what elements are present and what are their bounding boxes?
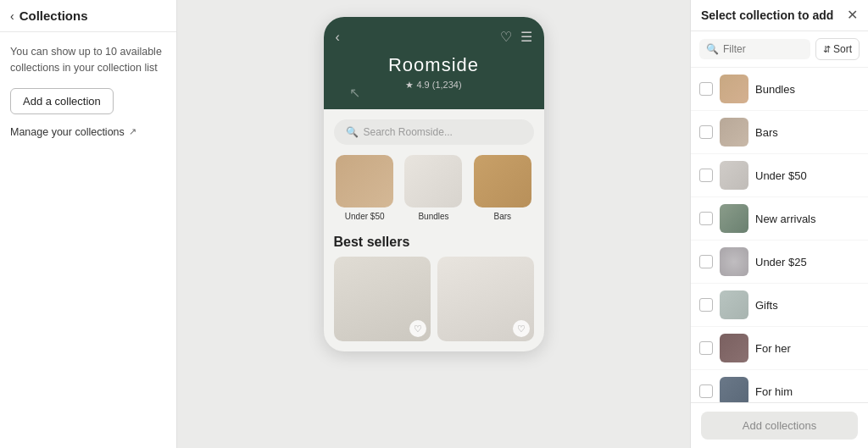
collections-list: Bundles Bars Under $50 New arrivals Unde… bbox=[691, 68, 868, 402]
collection-checkbox[interactable] bbox=[699, 125, 713, 139]
filter-input[interactable] bbox=[723, 43, 804, 55]
phone-menu-icon: ☰ bbox=[520, 29, 532, 45]
collection-checkbox[interactable] bbox=[699, 169, 713, 182]
collection-checkbox[interactable] bbox=[699, 212, 713, 225]
cursor-indicator: ↖ bbox=[349, 85, 360, 101]
collection-item[interactable]: Gifts bbox=[691, 284, 868, 327]
back-chevron-icon[interactable]: ‹ bbox=[10, 9, 14, 23]
phone-search[interactable]: 🔍 Search Roomside... bbox=[334, 119, 534, 145]
main-center: ‹ ♡ ☰ Roomside ★ 4.9 (1,234) ↖ 🔍 Search … bbox=[177, 0, 690, 448]
collection-name: Bundles bbox=[755, 83, 860, 96]
manage-collections-link[interactable]: Manage your collections ↗ bbox=[10, 126, 166, 138]
collection-item[interactable]: Under $25 bbox=[691, 241, 868, 284]
collection-item[interactable]: For him bbox=[691, 370, 868, 402]
collection-checkbox[interactable] bbox=[699, 82, 713, 96]
collection-name: For him bbox=[755, 385, 860, 398]
right-panel-header: Select collection to add ✕ bbox=[691, 0, 868, 31]
phone-mockup: ‹ ♡ ☰ Roomside ★ 4.9 (1,234) ↖ 🔍 Search … bbox=[324, 17, 544, 351]
manage-collections-label: Manage your collections bbox=[10, 126, 125, 138]
collection-thumb bbox=[720, 75, 748, 103]
phone-product-2[interactable]: ♡ bbox=[437, 257, 534, 341]
sort-label: Sort bbox=[833, 43, 852, 55]
phone-category-bundles[interactable]: Bundles bbox=[403, 155, 465, 221]
collection-thumb bbox=[720, 290, 748, 319]
phone-cat-img-under50 bbox=[336, 155, 393, 207]
collection-item[interactable]: For her bbox=[691, 327, 868, 370]
collection-checkbox[interactable] bbox=[699, 384, 713, 398]
right-panel-footer: Add collections bbox=[691, 402, 868, 448]
phone-cat-label-bundles: Bundles bbox=[418, 212, 448, 221]
collection-thumb bbox=[720, 118, 748, 147]
external-link-icon: ↗ bbox=[129, 126, 136, 137]
phone-cat-label-under50: Under $50 bbox=[345, 212, 385, 221]
phone-search-placeholder: Search Roomside... bbox=[364, 126, 453, 138]
right-panel-toolbar: 🔍 ⇵ Sort bbox=[691, 31, 868, 68]
phone-header: ‹ ♡ ☰ Roomside ★ 4.9 (1,234) ↖ bbox=[324, 17, 544, 109]
left-panel: ‹ Collections You can show up to 10 avai… bbox=[0, 0, 177, 448]
collection-item[interactable]: Under $50 bbox=[691, 154, 868, 197]
phone-product-heart-2[interactable]: ♡ bbox=[513, 320, 530, 337]
phone-best-sellers-title: Best sellers bbox=[324, 230, 544, 253]
right-panel: Select collection to add ✕ 🔍 ⇵ Sort Bund… bbox=[690, 0, 868, 448]
phone-category-under50[interactable]: Under $50 bbox=[334, 155, 396, 221]
right-panel-title: Select collection to add bbox=[701, 8, 833, 22]
collection-checkbox[interactable] bbox=[699, 341, 713, 355]
phone-cat-img-bars bbox=[474, 155, 531, 207]
collection-name: Under $50 bbox=[755, 169, 860, 182]
phone-cat-img-bundles bbox=[404, 155, 462, 207]
collection-thumb bbox=[720, 204, 748, 233]
collection-item[interactable]: Bars bbox=[691, 111, 868, 154]
close-icon[interactable]: ✕ bbox=[847, 8, 858, 22]
phone-back-icon: ‹ bbox=[336, 30, 340, 45]
phone-product-heart-1[interactable]: ♡ bbox=[409, 320, 426, 337]
phone-header-right-icons: ♡ ☰ bbox=[500, 29, 532, 45]
phone-search-icon: 🔍 bbox=[346, 126, 359, 138]
sort-button[interactable]: ⇵ Sort bbox=[815, 38, 860, 60]
collection-name: Under $25 bbox=[755, 256, 860, 268]
collection-thumb bbox=[720, 161, 748, 190]
collection-checkbox[interactable] bbox=[699, 298, 713, 312]
collection-thumb bbox=[720, 247, 748, 276]
left-panel-title: Collections bbox=[19, 8, 88, 23]
phone-header-icons: ‹ ♡ ☰ bbox=[336, 29, 532, 45]
phone-products: ♡ ♡ bbox=[324, 253, 544, 351]
filter-input-wrap[interactable]: 🔍 bbox=[699, 39, 810, 59]
collection-thumb bbox=[720, 377, 748, 402]
left-panel-body: You can show up to 10 available collecti… bbox=[0, 32, 176, 150]
collection-name: Gifts bbox=[755, 299, 860, 312]
phone-product-1[interactable]: ♡ bbox=[334, 257, 431, 341]
add-collection-button[interactable]: Add a collection bbox=[10, 88, 114, 114]
sort-icon: ⇵ bbox=[823, 44, 831, 55]
collection-name: New arrivals bbox=[755, 213, 860, 225]
collection-item[interactable]: New arrivals bbox=[691, 197, 868, 241]
phone-store-name: Roomside bbox=[388, 54, 479, 76]
collection-name: For her bbox=[755, 342, 860, 355]
phone-categories: Under $50 Bundles Bars bbox=[324, 152, 544, 230]
collection-checkbox[interactable] bbox=[699, 255, 713, 268]
collection-thumb bbox=[720, 334, 748, 362]
phone-heart-icon: ♡ bbox=[500, 29, 512, 45]
phone-cat-label-bars: Bars bbox=[494, 212, 512, 221]
left-panel-description: You can show up to 10 available collecti… bbox=[10, 44, 166, 76]
filter-search-icon: 🔍 bbox=[706, 43, 719, 55]
phone-category-bars[interactable]: Bars bbox=[471, 155, 533, 221]
collection-name: Bars bbox=[755, 126, 860, 139]
add-collections-button[interactable]: Add collections bbox=[701, 412, 858, 440]
collection-item[interactable]: Bundles bbox=[691, 68, 868, 111]
phone-rating: ★ 4.9 (1,234) bbox=[405, 80, 461, 91]
left-panel-header: ‹ Collections bbox=[0, 0, 176, 32]
